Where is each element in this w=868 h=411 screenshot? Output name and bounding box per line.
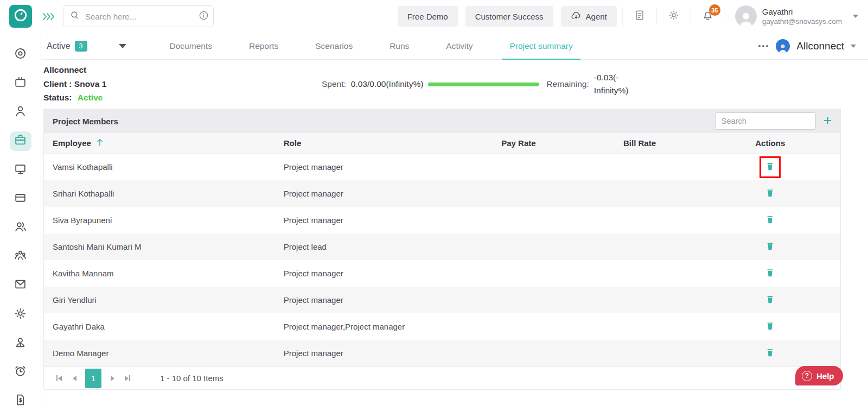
table-row: Srihari Kothapalli Project manager: [44, 180, 840, 207]
filter-count-badge: 3: [75, 41, 87, 52]
person-badge-icon: [14, 336, 27, 351]
user-name: Gayathri: [762, 7, 842, 17]
tab-reports[interactable]: Reports: [231, 33, 297, 59]
sidebar-item-workstation[interactable]: [10, 160, 31, 180]
notifications-button[interactable]: 35: [697, 5, 719, 27]
col-employee: Employee: [53, 138, 91, 148]
sidebar-expand-icon[interactable]: [42, 12, 55, 21]
delete-member-button[interactable]: [764, 160, 776, 175]
tab-project-summary[interactable]: Project summary: [491, 33, 591, 59]
user-icon: [14, 104, 27, 120]
monitor-icon: [14, 162, 27, 178]
filter-caret-icon: [119, 44, 126, 48]
delete-member-button[interactable]: [764, 319, 776, 334]
table-row: Gayathri Daka Project manager,Project ma…: [44, 313, 840, 340]
members-search-input[interactable]: [716, 112, 816, 130]
table-row: Santoshi Mani Kumari M Project lead: [44, 233, 840, 260]
project-name: Allconnect: [43, 63, 106, 77]
tab-runs[interactable]: Runs: [371, 33, 427, 59]
tab-documents[interactable]: Documents: [151, 33, 231, 59]
trash-icon: [766, 242, 774, 252]
invoice-icon: [14, 393, 27, 409]
sidebar-item-screens[interactable]: [10, 73, 31, 93]
notification-count-badge: 35: [709, 4, 720, 16]
delete-member-button[interactable]: [764, 266, 776, 281]
employee-role: Project manager: [275, 189, 458, 198]
sidebar-item-settings[interactable]: [10, 305, 31, 324]
client-value: Snova 1: [74, 79, 106, 88]
customer-success-label: Customer Success: [475, 12, 544, 21]
user-email: gayathri@snovasys.com: [762, 17, 842, 26]
credit-card-icon: [14, 191, 27, 207]
sidebar-item-mail[interactable]: [10, 276, 31, 295]
next-page-button[interactable]: [105, 370, 120, 387]
status-label: Status:: [43, 93, 72, 102]
active-projects-filter[interactable]: Active 3: [47, 41, 126, 52]
delete-member-button[interactable]: [764, 293, 776, 308]
project-members-header: Project Members +: [44, 109, 840, 133]
status-value: Active: [78, 93, 103, 102]
app-logo[interactable]: [9, 5, 32, 28]
previous-page-button[interactable]: [67, 370, 82, 387]
delete-member-button[interactable]: [764, 346, 776, 361]
tab-scenarios[interactable]: Scenarios: [297, 33, 371, 59]
free-demo-label: Free Demo: [407, 12, 448, 21]
global-search-input[interactable]: [85, 12, 193, 21]
sidebar-item-teams[interactable]: [10, 247, 31, 267]
sort-ascending-icon[interactable]: [97, 138, 103, 148]
sidebar-item-employees[interactable]: [10, 218, 31, 237]
remaining-label: Remaining:: [546, 79, 589, 89]
table-row: Giri Yendluri Project manager: [44, 287, 840, 313]
sidebar-item-time[interactable]: [10, 363, 31, 382]
delete-member-button[interactable]: [764, 239, 776, 255]
employee-role: Project manager: [275, 216, 458, 225]
sidebar-item-profile[interactable]: [10, 333, 31, 353]
employee-name: Siva Byrapuneni: [44, 216, 275, 225]
project-switcher-caret-icon: [851, 45, 856, 48]
sidebar-item-billing[interactable]: [10, 189, 31, 208]
notes-button[interactable]: [628, 5, 651, 27]
spent-label: Spent:: [322, 79, 346, 89]
first-page-button[interactable]: [52, 370, 67, 387]
trash-icon: [766, 162, 774, 173]
add-member-button[interactable]: +: [824, 113, 834, 129]
users-icon: [14, 220, 27, 236]
table-row: Siva Byrapuneni Project manager: [44, 207, 840, 233]
free-demo-button[interactable]: Free Demo: [398, 6, 458, 27]
project-summary-header: Allconnect Client : Snova 1 Status: Acti…: [41, 60, 868, 109]
sidebar-item-invoices[interactable]: [10, 391, 31, 411]
agent-label: Agent: [586, 12, 607, 21]
sidebar-item-dashboard[interactable]: [10, 45, 31, 64]
employee-role: Project manager: [275, 349, 458, 358]
user-menu-caret-icon: [853, 15, 858, 18]
trash-icon: [766, 321, 774, 332]
employee-role: Project lead: [275, 242, 458, 251]
help-button[interactable]: ? Help: [795, 366, 843, 385]
employee-name: Kavitha Mannam: [44, 269, 275, 278]
delete-member-button[interactable]: [764, 213, 776, 228]
delete-member-button[interactable]: [764, 186, 776, 201]
gear-icon: [668, 9, 680, 23]
employee-name: Giri Yendluri: [44, 295, 275, 305]
project-switcher[interactable]: Allconnect: [796, 40, 844, 52]
tab-activity[interactable]: Activity: [427, 33, 491, 59]
trash-icon: [766, 295, 774, 306]
sidebar-item-clients[interactable]: [10, 102, 31, 122]
page-number-button[interactable]: 1: [85, 369, 101, 388]
customer-success-button[interactable]: Customer Success: [465, 6, 553, 27]
settings-gear-icon: [14, 307, 27, 323]
pagination-bar: 1 1 - 10 of 10 Items: [44, 366, 840, 389]
col-pay-rate: Pay Rate: [458, 138, 579, 148]
last-page-button[interactable]: [120, 370, 135, 387]
agent-button[interactable]: Agent: [561, 6, 617, 27]
settings-button[interactable]: [662, 5, 685, 27]
first-page-icon: [58, 376, 62, 381]
employee-role: Project manager: [275, 162, 458, 172]
employee-name: Vamsi Kothapalli: [44, 162, 275, 172]
client-label: Client :: [43, 79, 72, 88]
global-search: [63, 5, 214, 27]
sidebar-item-projects[interactable]: [10, 131, 31, 151]
search-info-icon[interactable]: [199, 10, 209, 23]
more-options-icon[interactable]: [757, 42, 769, 50]
user-menu[interactable]: Gayathri gayathri@snovasys.com: [735, 5, 858, 27]
